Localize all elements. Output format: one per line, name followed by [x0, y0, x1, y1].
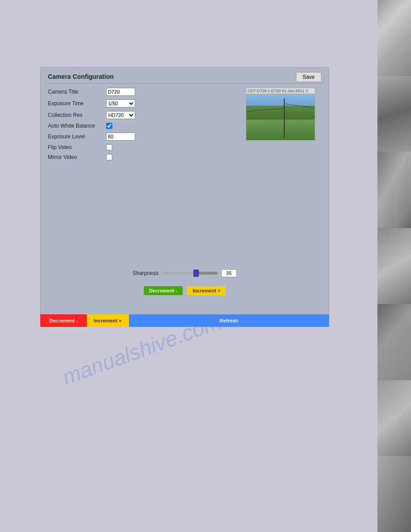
flip-video-row: Flip Video	[48, 144, 182, 150]
panel-divider	[45, 83, 324, 84]
camera-title-input[interactable]	[106, 88, 135, 96]
sharpness-value-input[interactable]	[221, 269, 237, 277]
strip-segment-6	[377, 380, 411, 456]
exposure-level-input[interactable]	[106, 133, 135, 141]
main-area: Camera Configuration Save Camera Title E…	[0, 0, 377, 532]
mirror-video-checkbox[interactable]	[106, 154, 112, 160]
mirror-video-row: Mirror Video	[48, 154, 182, 160]
collection-res-row: Collection Res HD720 1080p 480p	[48, 111, 182, 119]
save-button[interactable]: Save	[296, 72, 321, 82]
panel-decrement-button[interactable]: Decrement -	[144, 286, 183, 295]
mirror-video-label: Mirror Video	[48, 154, 106, 160]
exposure-level-row: Exposure Level	[48, 133, 182, 141]
sharpness-thumb[interactable]	[193, 270, 199, 277]
camera-preview: CDT-D720 1:D720 01-Jun-2011 1:	[246, 88, 315, 141]
strip-segment-2	[377, 76, 411, 152]
preview-ground	[246, 120, 315, 140]
collection-res-select[interactable]: HD720 1080p 480p	[106, 111, 135, 119]
strip-segment-3	[377, 152, 411, 228]
panel-title: Camera Configuration	[48, 73, 114, 80]
bottom-toolbar: Decrement - Increment + Refresh	[40, 314, 329, 327]
bottom-refresh-button[interactable]: Refresh	[129, 314, 329, 327]
auto-white-balance-label: Auto White Balance	[48, 123, 106, 129]
sharpness-track[interactable]	[164, 272, 218, 275]
flip-video-checkbox[interactable]	[106, 144, 112, 150]
exposure-level-label: Exposure Level	[48, 133, 106, 140]
flip-video-label: Flip Video	[48, 144, 106, 150]
config-panel: Camera Configuration Save Camera Title E…	[40, 67, 329, 327]
panel-increment-button[interactable]: Increment +	[187, 286, 226, 295]
exposure-time-select[interactable]: 1/50 1/60 1/100	[106, 99, 135, 107]
bottom-decrement-button[interactable]: Decrement -	[40, 314, 87, 327]
preview-hills	[246, 106, 315, 120]
camera-title-label: Camera Title	[48, 89, 106, 95]
strip-segment-5	[377, 304, 411, 380]
collection-res-label: Collection Res	[48, 112, 106, 118]
sharpness-label: Sharpness	[133, 270, 158, 276]
strip-segment-1	[377, 0, 411, 76]
preview-pole	[284, 99, 285, 138]
strip-segment-7	[377, 456, 411, 532]
right-strip	[377, 0, 411, 532]
preview-image	[246, 94, 315, 141]
form-area: Camera Title Exposure Time 1/50 1/60 1/1…	[48, 88, 182, 164]
exposure-time-label: Exposure Time	[48, 100, 106, 107]
camera-title-row: Camera Title	[48, 88, 182, 96]
strip-segment-4	[377, 228, 411, 304]
sharpness-area: Sharpness	[50, 269, 320, 277]
sharpness-fill	[164, 272, 196, 275]
exposure-time-row: Exposure Time 1/50 1/60 1/100	[48, 99, 182, 107]
panel-buttons: Decrement - Increment +	[41, 286, 329, 295]
preview-label: CDT-D720 1:D720 01-Jun-2011 1:	[246, 88, 315, 94]
auto-white-balance-checkbox[interactable]	[106, 123, 112, 129]
bottom-increment-button[interactable]: Increment +	[87, 314, 129, 327]
auto-white-balance-row: Auto White Balance	[48, 123, 182, 129]
